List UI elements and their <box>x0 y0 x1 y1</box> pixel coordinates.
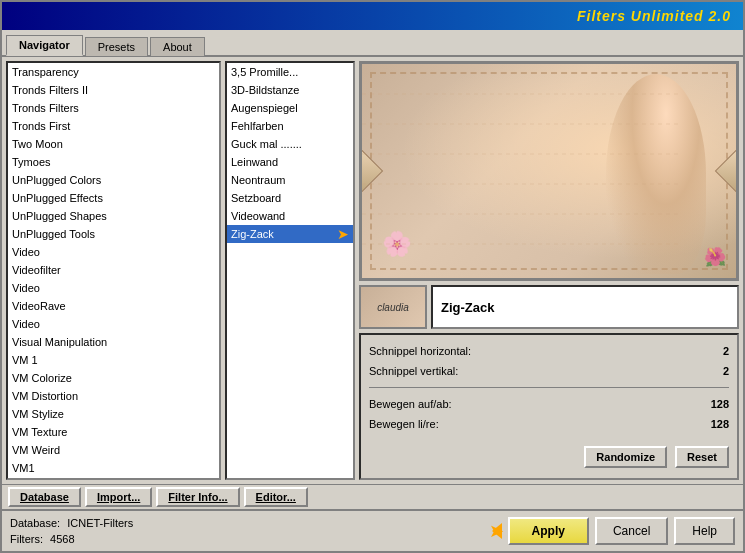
list-item[interactable]: VM Stylize <box>8 405 219 423</box>
filter-list: 3,5 Promille... 3D-Bildstanze Augenspieg… <box>225 61 355 480</box>
filter-item[interactable]: Fehlfarben <box>227 117 353 135</box>
cancel-button[interactable]: Cancel <box>595 517 668 545</box>
list-item[interactable]: Two Moon <box>8 135 219 153</box>
filter-item[interactable]: 3,5 Promille... <box>227 63 353 81</box>
flower-icon2: 🌺 <box>704 246 726 268</box>
main-action-buttons: ➤ Apply Cancel Help <box>489 517 735 545</box>
filter-info-button[interactable]: Filter Info... <box>156 487 239 507</box>
param-label-3: Bewegen auf/ab: <box>369 398 452 410</box>
filter-item[interactable]: Augenspiegel <box>227 99 353 117</box>
help-button[interactable]: Help <box>674 517 735 545</box>
thumbnail: claudia <box>359 285 427 329</box>
filter-item-zigzack[interactable]: Zig-Zack ➤ <box>227 225 353 243</box>
main-window: Filters Unlimited 2.0 Navigator Presets … <box>0 0 745 553</box>
right-area: 3,5 Promille... 3D-Bildstanze Augenspieg… <box>225 61 739 480</box>
list-item[interactable]: VM1 <box>8 459 219 477</box>
list-item[interactable]: Tronds Filters <box>8 99 219 117</box>
param-value-1: 2 <box>699 345 729 357</box>
parameters-area: Schnippel horizontal: 2 Schnippel vertik… <box>359 333 739 480</box>
filter-item[interactable]: Leinwand <box>227 153 353 171</box>
left-panel: Transparency Tronds Filters II Tronds Fi… <box>6 61 221 480</box>
params-panel: 🌸 🌺 <box>359 61 739 480</box>
import-button[interactable]: Import... <box>85 487 152 507</box>
list-item[interactable]: UnPlugged Shapes <box>8 207 219 225</box>
param-divider <box>369 387 729 388</box>
filter-name-text: Zig-Zack <box>441 300 494 315</box>
param-row-3: Bewegen auf/ab: 128 <box>369 396 729 412</box>
param-value-3: 128 <box>699 398 729 410</box>
action-row: Randomize Reset <box>369 444 729 470</box>
filters-value: 4568 <box>50 533 74 545</box>
zigzack-arrow-icon: ➤ <box>337 226 349 242</box>
preview-image: 🌸 🌺 <box>359 61 739 281</box>
thumbnail-row: claudia Zig-Zack <box>359 285 739 329</box>
param-row-1: Schnippel horizontal: 2 <box>369 343 729 359</box>
list-item[interactable]: Video <box>8 243 219 261</box>
db-value: ICNET-Filters <box>67 517 133 529</box>
flower-icon: 🌸 <box>382 230 412 258</box>
param-label-4: Bewegen li/re: <box>369 418 439 430</box>
list-item[interactable]: Willy <box>8 477 219 478</box>
tab-navigator[interactable]: Navigator <box>6 35 83 56</box>
filter-item[interactable]: Neontraum <box>227 171 353 189</box>
title-bar: Filters Unlimited 2.0 <box>2 2 743 30</box>
filter-name-display: Zig-Zack <box>431 285 739 329</box>
param-label-1: Schnippel horizontal: <box>369 345 471 357</box>
param-row-2: Schnippel vertikal: 2 <box>369 363 729 379</box>
randomize-button[interactable]: Randomize <box>584 446 667 468</box>
tab-presets[interactable]: Presets <box>85 37 148 56</box>
db-info: Database: ICNET-Filters Filters: 4568 <box>10 515 133 547</box>
database-button[interactable]: Database <box>8 487 81 507</box>
list-item[interactable]: Tymoes <box>8 153 219 171</box>
list-item[interactable]: VM Weird <box>8 441 219 459</box>
param-value-4: 128 <box>699 418 729 430</box>
list-item[interactable]: UnPlugged Tools <box>8 225 219 243</box>
list-item[interactable]: VM Texture <box>8 423 219 441</box>
tab-bar: Navigator Presets About <box>2 30 743 57</box>
bottom-buttons-row: Database Import... Filter Info... Editor… <box>2 484 743 509</box>
list-item[interactable]: Visual Manipulation <box>8 333 219 351</box>
editor-button[interactable]: Editor... <box>244 487 308 507</box>
filters-label: Filters: <box>10 533 43 545</box>
list-item[interactable]: Videofilter <box>8 261 219 279</box>
param-label-2: Schnippel vertikal: <box>369 365 458 377</box>
list-item[interactable]: Tronds First <box>8 117 219 135</box>
list-item[interactable]: Video <box>8 315 219 333</box>
list-item[interactable]: VideoRave <box>8 297 219 315</box>
title-text: Filters Unlimited 2.0 <box>577 8 731 24</box>
param-row-4: Bewegen li/re: 128 <box>369 416 729 432</box>
filter-item[interactable]: 3D-Bildstanze <box>227 81 353 99</box>
list-item[interactable]: UnPlugged Effects <box>8 189 219 207</box>
filter-list-scroll[interactable]: 3,5 Promille... 3D-Bildstanze Augenspieg… <box>227 63 353 478</box>
list-item[interactable]: VM Colorize <box>8 369 219 387</box>
figure-decoration <box>606 74 706 274</box>
tab-about[interactable]: About <box>150 37 205 56</box>
content-area: Transparency Tronds Filters II Tronds Fi… <box>2 57 743 484</box>
list-item[interactable]: Video <box>8 279 219 297</box>
preview-inner: 🌸 🌺 <box>362 64 736 278</box>
filter-item[interactable]: Videowand <box>227 207 353 225</box>
apply-button[interactable]: Apply <box>508 517 589 545</box>
db-label: Database: <box>10 517 60 529</box>
list-item[interactable]: UnPlugged Colors <box>8 171 219 189</box>
filter-item[interactable]: Guck mal ....... <box>227 135 353 153</box>
thumbnail-label: claudia <box>377 302 409 313</box>
list-item[interactable]: VM Distortion <box>8 387 219 405</box>
reset-button[interactable]: Reset <box>675 446 729 468</box>
category-list[interactable]: Transparency Tronds Filters II Tronds Fi… <box>8 63 219 478</box>
list-item[interactable]: Transparency <box>8 63 219 81</box>
list-item[interactable]: VM 1 <box>8 351 219 369</box>
status-row: Database: ICNET-Filters Filters: 4568 ➤ … <box>2 509 743 551</box>
filter-item[interactable]: Setzboard <box>227 189 353 207</box>
list-item[interactable]: Tronds Filters II <box>8 81 219 99</box>
param-value-2: 2 <box>699 365 729 377</box>
